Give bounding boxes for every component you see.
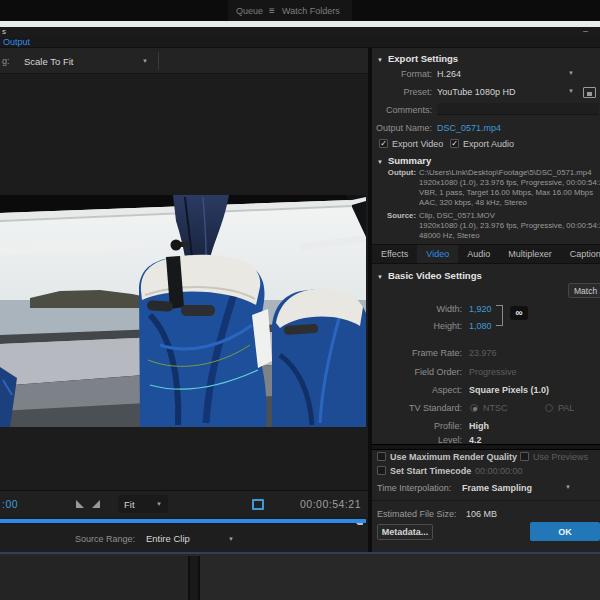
estimated-size-label: Estimated File Size:	[377, 509, 457, 519]
frame-rate-label: Frame Rate:	[372, 348, 462, 358]
current-timecode: :00	[2, 498, 18, 510]
summary-source-line: Clip, DSC_0571.MOV	[419, 211, 495, 220]
save-preset-icon[interactable]	[583, 87, 596, 98]
zoom-level-value: Fit	[124, 499, 135, 510]
match-source-button[interactable]: Match Source	[568, 283, 600, 298]
source-scaling-label-fragment: g:	[2, 56, 10, 66]
source-range-value: Entire Clip	[146, 533, 190, 544]
use-previews-checkbox[interactable]	[520, 452, 529, 461]
preset-value[interactable]: YouTube 1080p HD	[437, 87, 515, 97]
tab-captions[interactable]: Captions	[561, 245, 600, 263]
tab-video[interactable]: Video	[417, 245, 458, 263]
time-interpolation-value[interactable]: Frame Sampling	[462, 483, 532, 493]
chevron-down-icon[interactable]: ▼	[568, 88, 574, 94]
settings-tab-strip: Effects Video Audio Multiplexer Captions…	[372, 244, 600, 264]
video-preview-frame	[0, 195, 366, 427]
aspect-value[interactable]: Square Pixels (1.0)	[469, 385, 549, 395]
height-value[interactable]: 1,080	[469, 321, 492, 331]
summary-output-line: C:\Users\Link\Desktop\Footage\5\DSC_0571…	[419, 168, 591, 177]
tv-standard-label: TV Standard:	[372, 403, 462, 413]
watch-folders-tab[interactable]: Watch Folders	[282, 0, 340, 21]
chevron-down-icon: ▼	[142, 58, 148, 64]
queue-tab-label: Queue	[236, 6, 263, 16]
export-audio-checkbox[interactable]: ✓	[450, 139, 459, 148]
summary-output-line: VBR, 1 pass, Target 16.00 Mbps, Max 16.0…	[419, 188, 593, 197]
pal-radio[interactable]	[545, 404, 553, 412]
summary-output-line: AAC, 320 kbps, 48 kHz, Stereo	[419, 198, 527, 207]
bus-seat-right	[272, 289, 366, 427]
panel-menu-icon[interactable]: ≡	[269, 5, 275, 16]
window-control-dash-icon[interactable]: –	[583, 26, 588, 36]
output-name-link[interactable]: DSC_0571.mp4	[437, 123, 501, 133]
height-label: Height:	[372, 321, 462, 331]
tab-audio[interactable]: Audio	[458, 245, 499, 263]
tab-output[interactable]: Output	[3, 37, 30, 47]
width-label: Width:	[372, 304, 462, 314]
comments-field[interactable]	[437, 103, 599, 115]
source-scaling-dropdown[interactable]: Scale To Fit ▼	[18, 53, 154, 69]
background-panel-gutter	[188, 556, 200, 600]
video-preview-area	[0, 74, 368, 490]
pal-label: PAL	[558, 403, 574, 413]
width-value[interactable]: 1,920	[469, 304, 492, 314]
section-divider	[372, 500, 600, 501]
zoom-level-dropdown[interactable]: Fit ▼	[118, 495, 168, 513]
summary-output-line: 1920x1080 (1.0), 23.976 fps, Progressive…	[419, 178, 600, 187]
frame-rate-value: 23.976	[469, 348, 497, 358]
disclosure-triangle-icon[interactable]: ▼	[377, 274, 383, 280]
set-in-point-icon[interactable]	[76, 500, 84, 508]
comments-label: Comments:	[372, 105, 432, 115]
disclosure-triangle-icon[interactable]: ▼	[377, 159, 383, 165]
timeline-scrubber[interactable]	[0, 517, 368, 525]
source-output-tab-bar: Output	[0, 37, 600, 48]
field-order-label: Field Order:	[372, 367, 462, 377]
format-value[interactable]: H.264	[437, 69, 461, 79]
section-divider	[372, 444, 600, 450]
ntsc-radio[interactable]	[470, 404, 478, 412]
field-order-value: Progressive	[469, 367, 517, 377]
chevron-down-icon: ▼	[228, 536, 234, 542]
export-settings-header-label: Export Settings	[388, 53, 458, 64]
width-height-bracket	[496, 305, 503, 326]
export-settings-dialog: s – Output g: Scale To Fit ▼	[0, 27, 600, 552]
export-settings-header[interactable]: ▼Export Settings	[377, 53, 458, 64]
export-audio-label: Export Audio	[463, 139, 514, 149]
ok-button[interactable]: OK	[530, 522, 600, 541]
ok-button-label: OK	[558, 527, 572, 537]
max-render-quality-checkbox[interactable]	[377, 452, 386, 461]
preview-toolbar: g: Scale To Fit ▼	[0, 48, 368, 74]
source-range-dropdown[interactable]: Entire Clip ▼	[140, 530, 240, 547]
summary-header[interactable]: ▼Summary	[377, 155, 431, 166]
chevron-down-icon[interactable]: ▼	[568, 70, 574, 76]
output-name-label: Output Name:	[372, 123, 432, 133]
summary-source-label: Source:	[372, 211, 416, 220]
scrubber-range-bar[interactable]	[0, 519, 366, 523]
watch-folders-label: Watch Folders	[282, 6, 340, 16]
crop-icon[interactable]	[252, 499, 264, 510]
disclosure-triangle-icon[interactable]: ▼	[377, 57, 383, 63]
set-start-timecode-checkbox[interactable]	[377, 466, 386, 475]
link-width-height-icon[interactable]: ∞	[510, 306, 528, 320]
basic-video-settings-header[interactable]: ▼Basic Video Settings	[377, 270, 482, 281]
set-out-point-icon[interactable]	[92, 500, 100, 508]
transport-bar: :00 Fit ▼ 00:00:54:21	[0, 490, 368, 517]
tab-effects[interactable]: Effects	[372, 245, 417, 263]
source-range-row: Source Range: Entire Clip ▼	[0, 525, 368, 552]
export-video-checkbox[interactable]: ✓	[379, 139, 388, 148]
dialog-title-fragment: s	[2, 27, 6, 36]
start-timecode-value: 00:00:00:00	[475, 466, 523, 476]
chevron-down-icon: ▼	[156, 501, 162, 507]
clip-duration: 00:00:54:21	[300, 498, 361, 510]
export-video-label: Export Video	[392, 139, 443, 149]
preset-label: Preset:	[372, 87, 432, 97]
metadata-button-label: Metadata...	[382, 527, 429, 537]
format-label: Format:	[372, 69, 432, 79]
summary-source-line: 1920x1080 (1.0), 23.976 fps, Progressive…	[419, 221, 600, 230]
media-encoder-window: Queue ≡ Watch Folders s – Output g: Scal…	[0, 0, 600, 600]
tab-multiplexer[interactable]: Multiplexer	[499, 245, 561, 263]
profile-value[interactable]: High	[469, 421, 489, 431]
preview-panel: g: Scale To Fit ▼	[0, 48, 368, 552]
time-interpolation-label: Time Interpolation:	[377, 483, 451, 493]
chevron-down-icon[interactable]: ▼	[565, 484, 571, 490]
metadata-button[interactable]: Metadata...	[377, 524, 433, 540]
